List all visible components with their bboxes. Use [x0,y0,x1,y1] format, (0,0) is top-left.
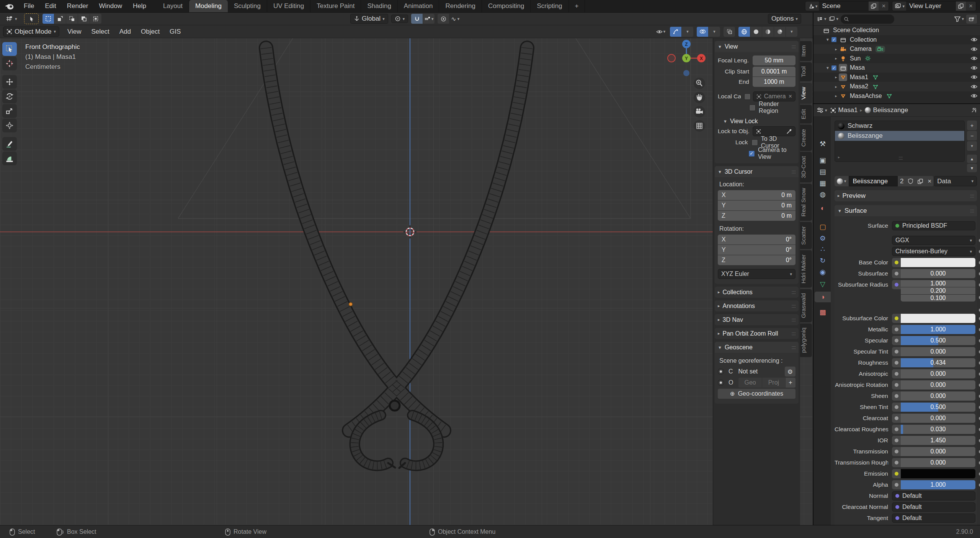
value-slider[interactable]: 0.000 [901,369,975,378]
menu-file[interactable]: File [18,2,39,10]
socket-icon[interactable] [892,447,901,456]
workspace-tab-sculpting[interactable]: Sculpting [228,0,267,12]
view-layer-selector[interactable]: ▾ View Layer × [892,1,976,11]
cursor-3d-tool[interactable] [2,57,17,70]
sidebar-tab-create[interactable]: Create [800,125,812,151]
shading-solid-button[interactable] [750,27,762,37]
local-camera-checkbox[interactable] [744,93,751,100]
select-mode-subtract-button[interactable] [66,14,78,24]
viewport-menu-select[interactable]: Select [86,28,114,36]
georef-o-radio[interactable] [718,380,724,386]
socket-icon[interactable] [892,358,901,367]
outliner-row-masa2[interactable]: ▸Masa2 [813,82,980,91]
slot-move-down-button[interactable]: ▼ [967,164,977,172]
3d-nav-panel-header[interactable]: ▸3D Nav:::: [715,314,799,325]
color-swatch[interactable] [901,258,975,267]
sidebar-tab-polygoniq[interactable]: polygoniq [800,323,812,357]
workspace-tab-modeling[interactable]: Modeling [189,0,228,12]
outliner-row-masa1[interactable]: ▸Masa1 [813,73,980,82]
socket-icon[interactable] [892,258,901,267]
shading-rendered-button[interactable] [774,27,786,37]
select-mode-new-button[interactable] [42,14,54,24]
socket-icon[interactable] [892,425,901,434]
outliner-item-label[interactable]: Scene Collection [833,27,879,34]
editor-type-button[interactable]: ▾ [2,15,20,23]
outliner-item-label[interactable]: Camera [850,46,872,52]
pin-id-button[interactable] [971,107,977,113]
workspace-tab-texture-paint[interactable]: Texture Paint [310,0,361,12]
outliner-item-label[interactable]: MasaAchse [850,93,882,99]
hide-in-viewport-toggle[interactable] [970,55,978,61]
active-tool-indicator[interactable] [24,13,39,24]
outliner-row-collection[interactable]: ▼✓Collection [813,35,980,45]
outliner-search-input[interactable] [841,15,894,24]
sidebar-tab-scatter[interactable]: Scatter [800,222,812,249]
select-mode-intersect-button[interactable] [90,14,101,24]
properties-tab-data[interactable]: ▽ [815,279,831,290]
value-slider[interactable]: 0.434 [901,358,975,367]
sidebar-tab-graswald[interactable]: Graswald [800,289,812,322]
geo-button[interactable]: Geo [738,378,761,388]
workspace-tab-uv-editing[interactable]: UV Editing [267,0,310,12]
shading-material-button[interactable] [762,27,774,37]
sidebar-tab-view[interactable]: View [800,83,812,104]
geoscene-panel-header[interactable]: ▼Geoscene:::: [715,342,799,353]
clip-start-field[interactable]: 0.0001 m [753,67,795,77]
properties-tab-scene[interactable]: ◍ [815,189,831,200]
value-slider[interactable]: 0.000 [901,269,975,278]
socket-icon[interactable] [892,325,901,334]
hide-in-viewport-toggle[interactable] [970,46,978,52]
view-layer-icon[interactable]: ▾ [892,2,906,11]
viewport-menu-add[interactable]: Add [114,28,136,36]
properties-tab-constraints[interactable]: ◉ [815,267,831,277]
properties-tab-particles[interactable]: ∴ [815,244,831,254]
rotate-tool[interactable] [2,90,17,103]
vector-value-field[interactable]: 0.100 [901,295,975,302]
menu-render[interactable]: Render [62,2,94,10]
preview-panel-header[interactable]: ▸Preview:::: [835,190,977,201]
select-mode-extend-button[interactable] [54,14,66,24]
geo-coordinates-button[interactable]: ⊕ Geo-coordinates [718,389,795,399]
value-slider[interactable]: 0.000 [901,458,975,467]
scene-selector[interactable]: ▾ Scene × [805,1,889,11]
pan-view-button[interactable] [694,92,705,103]
outliner-filter-image-dropdown[interactable]: ▾ [829,16,839,22]
socket-icon[interactable] [892,336,901,345]
node-input-field[interactable]: Default [892,491,975,501]
outliner-item-label[interactable]: Sun [850,55,861,62]
cursor-location-y-field[interactable]: Y0 m [718,201,795,210]
gizmo-settings-dropdown[interactable]: ▾ [682,27,693,37]
breadcrumb-material[interactable]: Beiisszange [873,106,908,114]
properties-tab-material[interactable]: ◑ [815,292,831,302]
view-layer-remove-button[interactable]: × [966,2,976,11]
outliner-row-scene-collection[interactable]: Scene Collection [813,26,980,35]
collection-checkbox[interactable]: ✓ [831,65,837,71]
expand-icon[interactable]: ▸ [833,56,839,60]
workspace-tab--[interactable]: + [569,0,585,12]
copy-material-button[interactable] [915,176,925,186]
value-slider[interactable]: 0.500 [901,336,975,345]
remove-slot-button[interactable]: − [967,131,977,140]
outliner-item-label[interactable]: Masa [850,64,865,71]
socket-icon[interactable] [892,480,901,489]
cursor-rotation-z-field[interactable]: Z0° [718,255,795,265]
menu-window[interactable]: Window [93,2,127,10]
zoom-view-button[interactable] [694,78,705,89]
socket-icon[interactable] [892,469,901,478]
measure-tool[interactable] [2,152,17,165]
lock-to-3d-cursor-checkbox[interactable] [751,139,758,146]
scale-tool[interactable] [2,104,17,118]
socket-icon[interactable] [892,380,901,390]
value-slider[interactable]: 0.000 [901,414,975,423]
value-slider[interactable]: 0.000 [901,380,975,390]
gizmo-minus-z-ball[interactable] [683,70,689,76]
socket-icon[interactable] [892,314,901,323]
breadcrumb-object[interactable]: Masa1 [838,106,858,114]
camera-to-view-checkbox[interactable]: ✓ [748,150,755,157]
scene-unlink-button[interactable]: × [879,2,889,11]
material-slot-beiisszange[interactable]: Beiisszange [835,131,964,141]
menu-help[interactable]: Help [127,2,152,10]
pincers-mesh-object[interactable] [266,48,527,468]
socket-icon[interactable] [892,347,901,356]
expand-icon[interactable]: ▸ [833,47,839,51]
